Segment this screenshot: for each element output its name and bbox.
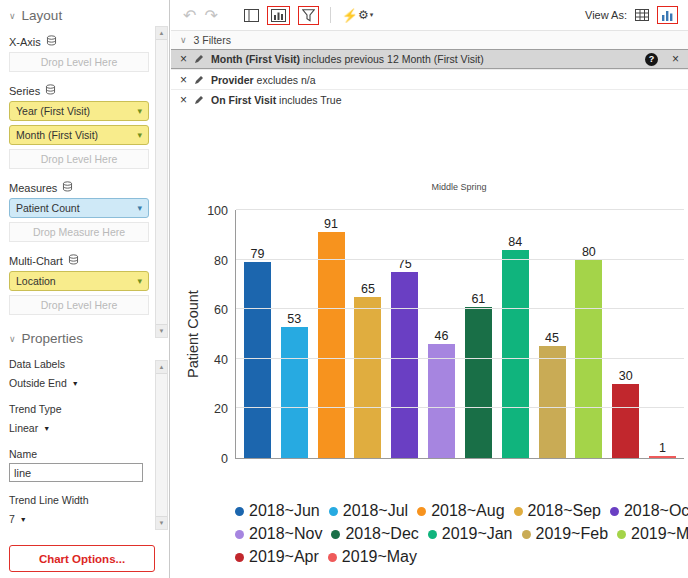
scroll-up-icon[interactable]: ▲ [156,27,167,40]
bar[interactable] [281,327,308,458]
legend-item-2018~Jul[interactable]: 2018~Jul [329,502,408,520]
y-tick-label: 0 [194,452,228,466]
legend-item-2018~Aug[interactable]: 2018~Aug [417,502,504,520]
properties-scrollbar[interactable]: ▲ ▼ [155,360,168,530]
legend-item-2018~Dec[interactable]: 2018~Dec [331,525,418,543]
series-level-month-value: Month (First Visit) [16,129,98,141]
bar-2018~Oct[interactable]: 75 [386,210,423,458]
scroll-down-icon[interactable]: ▼ [156,516,167,529]
table-view-button[interactable] [635,9,649,21]
properties-panel-header[interactable]: ∨ Properties [9,331,169,346]
redo-button[interactable]: ↷ [204,6,217,25]
remove-filter-icon[interactable]: × [180,53,187,65]
legend-swatch [235,553,244,562]
series-level-select-month[interactable]: Month (First Visit) ▾ [9,125,149,145]
edit-filter-icon[interactable] [194,95,204,105]
bar-2019~Feb[interactable]: 45 [534,210,571,458]
measure-dropzone[interactable]: Drop Measure Here [9,222,149,242]
scroll-up-icon[interactable]: ▲ [156,361,167,374]
legend-swatch [617,530,626,539]
bar[interactable] [649,456,676,458]
gridline [236,308,684,309]
trend-width-select[interactable]: 7 ▼ [9,513,27,525]
chart-view-button[interactable] [661,9,674,21]
bar[interactable] [502,250,529,458]
legend-item-2018~Nov[interactable]: 2018~Nov [235,525,322,543]
actions-button[interactable]: ⚡ ⚙ ▾ [342,8,374,23]
chevron-down-icon: ▼ [72,380,79,387]
legend-item-2018~Jun[interactable]: 2018~Jun [235,502,320,520]
measure-select[interactable]: Patient Count ▾ [9,198,149,218]
bar[interactable] [354,297,381,458]
bar-2018~Aug[interactable]: 91 [313,210,350,458]
gridline [236,407,684,408]
legend-item-2019~Jan[interactable]: 2019~Jan [428,525,513,543]
bar-2018~Jun[interactable]: 79 [239,210,276,458]
edit-filter-icon[interactable] [194,75,204,85]
collapse-properties-icon[interactable]: ∨ [9,334,16,344]
y-tick-label: 100 [194,204,228,218]
remove-filter-icon[interactable]: × [180,94,187,106]
bar[interactable] [612,384,639,458]
bar-2018~Jul[interactable]: 53 [276,210,313,458]
filter-button[interactable] [302,9,315,22]
filter-text: Provider excludes n/a [211,74,315,86]
trend-name-input[interactable]: line [9,463,143,482]
bar-value-label: 91 [324,217,338,231]
series-dropzone[interactable]: Drop Level Here [9,149,149,169]
plot-area: 79539165754661844580301 020406080100 [235,210,684,459]
bar-2019~Apr[interactable]: 30 [607,210,644,458]
multichart-dropzone[interactable]: Drop Level Here [9,295,149,315]
scroll-down-icon[interactable]: ▼ [156,324,167,337]
bar[interactable] [391,272,418,458]
bar[interactable] [428,344,455,458]
chart-grid-button[interactable] [271,9,286,22]
help-icon[interactable]: ? [645,53,658,66]
bar-value-label: 53 [287,312,301,326]
layout-panel-header[interactable]: ∨ Layout [9,8,169,23]
filter-row[interactable]: ×On First Visit includes True [171,89,688,109]
legend-item-2019~Mar[interactable]: 2019~Mar [617,525,688,543]
bar[interactable] [318,232,345,458]
bar[interactable] [465,307,492,458]
close-filter-icon[interactable]: × [672,53,679,65]
multichart-select[interactable]: Location ▾ [9,271,149,291]
data-labels-select[interactable]: Outside End ▼ [9,377,79,389]
legend-item-2019~Apr[interactable]: 2019~Apr [235,548,319,566]
legend-label: 2018~Dec [345,525,418,543]
collapse-layout-icon[interactable]: ∨ [9,11,16,21]
legend-label: 2018~Aug [431,502,504,520]
edit-filter-icon[interactable] [194,54,204,64]
bar-value-label: 45 [545,331,559,345]
bar-value-label: 80 [582,245,596,259]
legend-item-2019~Feb[interactable]: 2019~Feb [522,525,609,543]
bar-2018~Sep[interactable]: 65 [349,210,386,458]
bar-2018~Dec[interactable]: 61 [460,210,497,458]
legend-item-2019~May[interactable]: 2019~May [328,548,417,566]
chevron-down-icon: ▼ [43,425,50,432]
bar-2019~May[interactable]: 1 [644,210,681,458]
filter-row[interactable]: ×Provider excludes n/a [171,69,688,89]
collapse-filters-icon[interactable]: ∨ [180,35,187,45]
chart-options-button[interactable]: Chart Options... [9,545,155,572]
multichart-select-value: Location [16,275,56,287]
bar-2019~Jan[interactable]: 84 [497,210,534,458]
series-level-select-year[interactable]: Year (First Visit) ▾ [9,101,149,121]
filter-row[interactable]: ×Month (First Visit) includes previous 1… [171,49,688,69]
bar[interactable] [539,346,566,458]
bar[interactable] [244,262,271,458]
layout-scrollbar[interactable]: ▲ ▼ [155,26,168,338]
legend-label: 2019~Mar [631,525,688,543]
chevron-down-icon: ▾ [370,11,374,19]
remove-filter-icon[interactable]: × [180,74,187,86]
filters-header[interactable]: ∨ 3 Filters [171,31,688,49]
undo-button[interactable]: ↶ [183,6,196,25]
bar-2019~Mar[interactable]: 80 [570,210,607,458]
bar-2018~Nov[interactable]: 46 [423,210,460,458]
layout-panel-toggle-button[interactable] [244,9,259,22]
x-axis-dropzone[interactable]: Drop Level Here [9,52,149,72]
legend-item-2018~Sep[interactable]: 2018~Sep [514,502,601,520]
view-as-label: View As: [585,9,627,21]
trend-type-select[interactable]: Linear ▼ [9,422,50,434]
legend-item-2018~Oct[interactable]: 2018~Oct [610,502,688,520]
